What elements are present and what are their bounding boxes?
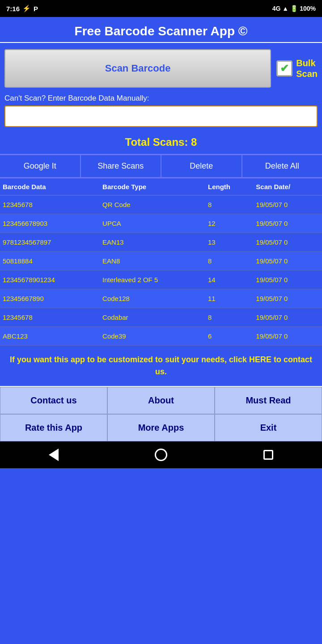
cell-length: 8	[205, 308, 253, 327]
manual-entry-section: Can't Scan? Enter Barcode Data Manually:	[0, 92, 322, 131]
cell-barcode-type: Interleaved 2 OF 5	[100, 271, 205, 289]
promo-text[interactable]: If you want this app to be customized to…	[0, 346, 322, 386]
cell-length: 14	[205, 271, 253, 289]
action-buttons-row: Google It Share Scans Delete Delete All	[0, 154, 322, 178]
scans-table: Barcode Data Barcode Type Length Scan Da…	[0, 178, 322, 346]
recents-button[interactable]	[260, 447, 276, 463]
cell-barcode-data: 12345667890	[0, 289, 100, 308]
cell-barcode-data: 9781234567897	[0, 233, 100, 252]
cell-scan-date: 19/05/07 0	[253, 327, 322, 346]
table-row[interactable]: 12345678 QR Code 8 19/05/07 0	[0, 195, 322, 214]
cell-barcode-type: EAN13	[100, 233, 205, 252]
cell-barcode-type: Codabar	[100, 308, 205, 327]
cell-barcode-type: Code39	[100, 327, 205, 346]
rate-app-button[interactable]: Rate this App	[0, 414, 107, 441]
cell-barcode-type: QR Code	[100, 195, 205, 214]
app-header: Free Barcode Scanner App ©	[0, 17, 322, 43]
about-button[interactable]: About	[107, 387, 215, 414]
table-row[interactable]: 12345667890 Code128 11 19/05/07 0	[0, 289, 322, 308]
cell-scan-date: 19/05/07 0	[253, 308, 322, 327]
cell-length: 6	[205, 327, 253, 346]
home-button[interactable]	[153, 447, 169, 463]
cell-barcode-data: ABC123	[0, 327, 100, 346]
status-right: 4G ▲ 🔋 100%	[272, 5, 316, 12]
back-icon	[49, 449, 59, 461]
manual-entry-label: Can't Scan? Enter Barcode Data Manually:	[4, 94, 318, 103]
table-header-row: Barcode Data Barcode Type Length Scan Da…	[0, 178, 322, 195]
table-row[interactable]: 50818884 EAN8 8 19/05/07 0	[0, 252, 322, 271]
table-row[interactable]: ABC123 Code39 6 19/05/07 0	[0, 327, 322, 346]
table-row[interactable]: 12345678901234 Interleaved 2 OF 5 14 19/…	[0, 271, 322, 289]
manual-entry-input[interactable]	[4, 106, 318, 127]
bottom-buttons: Contact us About Must Read Rate this App…	[0, 386, 322, 441]
cell-scan-date: 19/05/07 0	[253, 289, 322, 308]
cell-barcode-data: 50818884	[0, 252, 100, 271]
bulk-scan-checkbox[interactable]: ✔	[276, 60, 292, 76]
battery-label: 100%	[300, 5, 316, 12]
col-scan-date: Scan Date/	[253, 178, 322, 195]
cell-barcode-data: 12345678901234	[0, 271, 100, 289]
col-barcode-data: Barcode Data	[0, 178, 100, 195]
total-scans-display: Total Scans: 8	[0, 131, 322, 154]
back-button[interactable]	[46, 447, 62, 463]
scan-area: Scan Barcode ✔ BulkScan	[0, 43, 322, 92]
status-time: 7:16	[6, 5, 20, 13]
cell-scan-date: 19/05/07 0	[253, 252, 322, 271]
cell-barcode-data: 12345678	[0, 195, 100, 214]
home-icon	[155, 449, 167, 461]
cell-length: 13	[205, 233, 253, 252]
cell-length: 8	[205, 195, 253, 214]
exit-button[interactable]: Exit	[215, 414, 322, 441]
bulk-scan-toggle[interactable]: ✔ BulkScan	[276, 58, 318, 79]
data-table-container: Barcode Data Barcode Type Length Scan Da…	[0, 178, 322, 346]
cell-barcode-data: 123456678903	[0, 214, 100, 233]
cell-length: 12	[205, 214, 253, 233]
cell-barcode-type: EAN8	[100, 252, 205, 271]
status-bar: 7:16 ⚡ P 4G ▲ 🔋 100%	[0, 0, 322, 17]
checkmark-icon: ✔	[280, 62, 289, 75]
recents-icon	[263, 450, 273, 460]
more-apps-button[interactable]: More Apps	[107, 414, 215, 441]
cell-barcode-type: Code128	[100, 289, 205, 308]
col-length: Length	[205, 178, 253, 195]
cell-barcode-type: UPCA	[100, 214, 205, 233]
must-read-button[interactable]: Must Read	[215, 387, 322, 414]
cell-barcode-data: 12345678	[0, 308, 100, 327]
cell-scan-date: 19/05/07 0	[253, 271, 322, 289]
scan-barcode-button[interactable]: Scan Barcode	[4, 49, 271, 88]
cell-scan-date: 19/05/07 0	[253, 214, 322, 233]
col-barcode-type: Barcode Type	[100, 178, 205, 195]
google-it-button[interactable]: Google It	[0, 155, 80, 178]
share-scans-button[interactable]: Share Scans	[80, 155, 161, 178]
bulk-scan-label: BulkScan	[296, 58, 318, 79]
signal-icon: ▲	[282, 5, 288, 12]
cell-length: 11	[205, 289, 253, 308]
cell-scan-date: 19/05/07 0	[253, 195, 322, 214]
delete-button[interactable]: Delete	[161, 155, 242, 178]
battery-icon: 🔋	[290, 5, 298, 12]
nav-bar	[0, 441, 322, 468]
delete-all-button[interactable]: Delete All	[242, 155, 322, 178]
app-title: Free Barcode Scanner App ©	[4, 24, 318, 38]
table-row[interactable]: 12345678 Codabar 8 19/05/07 0	[0, 308, 322, 327]
table-row[interactable]: 123456678903 UPCA 12 19/05/07 0	[0, 214, 322, 233]
cell-scan-date: 19/05/07 0	[253, 233, 322, 252]
network-label: 4G	[272, 5, 281, 12]
status-left: 7:16 ⚡ P	[6, 4, 38, 13]
contact-us-button[interactable]: Contact us	[0, 387, 107, 414]
usb-icon: ⚡	[22, 4, 31, 13]
cell-length: 8	[205, 252, 253, 271]
parking-icon: P	[34, 5, 38, 13]
table-row[interactable]: 9781234567897 EAN13 13 19/05/07 0	[0, 233, 322, 252]
